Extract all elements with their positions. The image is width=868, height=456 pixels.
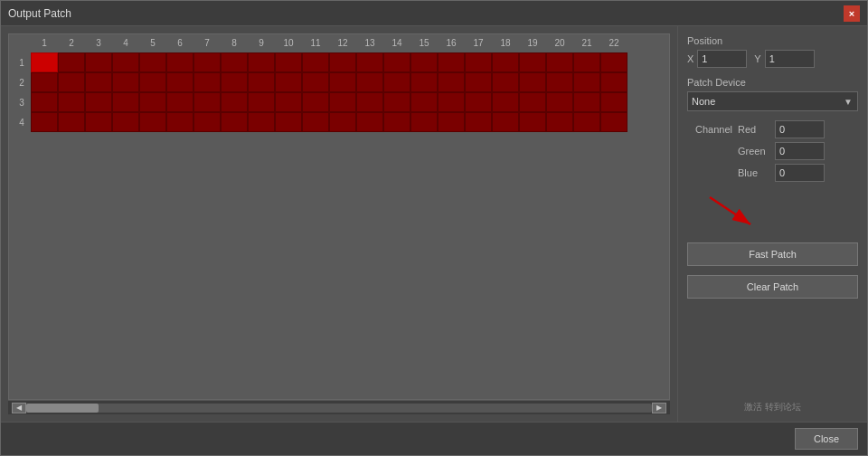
grid-cell-r1-c20[interactable] bbox=[573, 72, 600, 92]
grid-cell-r0-c14[interactable] bbox=[410, 52, 438, 72]
grid-cell-r3-c13[interactable] bbox=[383, 112, 410, 132]
grid-cell-r3-c15[interactable] bbox=[438, 112, 465, 132]
grid-cell-r3-c2[interactable] bbox=[85, 112, 112, 132]
grid-cell-r1-c4[interactable] bbox=[139, 72, 166, 92]
grid-cell-r1-c19[interactable] bbox=[546, 72, 573, 92]
grid-cell-r1-c11[interactable] bbox=[329, 72, 356, 92]
grid-cell-r0-c21[interactable] bbox=[600, 52, 627, 72]
grid-cell-r1-c13[interactable] bbox=[383, 72, 410, 92]
grid-cell-r2-c19[interactable] bbox=[546, 92, 573, 112]
grid-cell-r2-c18[interactable] bbox=[519, 92, 546, 112]
grid-cell-r0-c17[interactable] bbox=[492, 52, 519, 72]
grid-cell-r1-c12[interactable] bbox=[356, 72, 383, 92]
grid-cell-r2-c13[interactable] bbox=[383, 92, 410, 112]
grid-cell-r1-c14[interactable] bbox=[410, 72, 438, 92]
grid-cell-r2-c17[interactable] bbox=[492, 92, 519, 112]
y-input[interactable] bbox=[765, 50, 815, 68]
grid-cell-r0-c6[interactable] bbox=[193, 52, 221, 72]
grid-cell-r3-c18[interactable] bbox=[519, 112, 546, 132]
grid-cell-r3-c14[interactable] bbox=[410, 112, 438, 132]
grid-cell-r2-c10[interactable] bbox=[302, 92, 329, 112]
grid-cell-r1-c9[interactable] bbox=[275, 72, 302, 92]
grid-cell-r0-c7[interactable] bbox=[221, 52, 248, 72]
grid-cell-r1-c0[interactable] bbox=[31, 72, 58, 92]
grid-cell-r0-c5[interactable] bbox=[166, 52, 193, 72]
grid-cell-r3-c8[interactable] bbox=[248, 112, 275, 132]
grid-cell-r1-c3[interactable] bbox=[112, 72, 139, 92]
grid-cell-r1-c6[interactable] bbox=[193, 72, 221, 92]
grid-cell-r2-c16[interactable] bbox=[465, 92, 492, 112]
grid-cell-r0-c0[interactable] bbox=[31, 52, 58, 72]
grid-cell-r2-c20[interactable] bbox=[573, 92, 600, 112]
grid-cell-r2-c0[interactable] bbox=[31, 92, 58, 112]
grid-cell-r0-c10[interactable] bbox=[302, 52, 329, 72]
grid-cell-r3-c12[interactable] bbox=[356, 112, 383, 132]
close-window-button[interactable]: × bbox=[844, 5, 860, 22]
scrollbar-thumb[interactable] bbox=[26, 404, 99, 413]
red-input[interactable] bbox=[775, 120, 825, 138]
scroll-left-arrow[interactable]: ◀ bbox=[12, 403, 26, 413]
grid-cell-r2-c1[interactable] bbox=[58, 92, 85, 112]
grid-cell-r3-c4[interactable] bbox=[139, 112, 166, 132]
scrollbar-track[interactable] bbox=[26, 404, 652, 413]
grid-cell-r1-c16[interactable] bbox=[465, 72, 492, 92]
green-input[interactable] bbox=[775, 142, 825, 160]
grid-cell-r0-c19[interactable] bbox=[546, 52, 573, 72]
grid-cell-r3-c10[interactable] bbox=[302, 112, 329, 132]
grid-cell-r0-c16[interactable] bbox=[465, 52, 492, 72]
grid-cell-r0-c13[interactable] bbox=[383, 52, 410, 72]
grid-cell-r2-c9[interactable] bbox=[275, 92, 302, 112]
grid-cell-r1-c5[interactable] bbox=[166, 72, 193, 92]
grid-cell-r1-c8[interactable] bbox=[248, 72, 275, 92]
grid-cell-r1-c7[interactable] bbox=[221, 72, 248, 92]
grid-cell-r3-c7[interactable] bbox=[221, 112, 248, 132]
grid-cell-r3-c1[interactable] bbox=[58, 112, 85, 132]
grid-cell-r1-c21[interactable] bbox=[600, 72, 627, 92]
clear-patch-button[interactable]: Clear Patch bbox=[687, 275, 858, 299]
grid-cell-r3-c3[interactable] bbox=[112, 112, 139, 132]
grid-cell-r2-c6[interactable] bbox=[193, 92, 221, 112]
grid-cell-r3-c17[interactable] bbox=[492, 112, 519, 132]
grid-cell-r2-c2[interactable] bbox=[85, 92, 112, 112]
grid-cell-r3-c11[interactable] bbox=[329, 112, 356, 132]
patch-device-dropdown[interactable]: None bbox=[687, 91, 858, 111]
horizontal-scrollbar[interactable]: ◀ ▶ bbox=[8, 400, 670, 414]
grid-cell-r2-c5[interactable] bbox=[166, 92, 193, 112]
grid-cell-r0-c20[interactable] bbox=[573, 52, 600, 72]
grid-cell-r0-c18[interactable] bbox=[519, 52, 546, 72]
grid-cell-r3-c6[interactable] bbox=[193, 112, 221, 132]
scroll-right-arrow[interactable]: ▶ bbox=[652, 403, 666, 413]
grid-cell-r2-c21[interactable] bbox=[600, 92, 627, 112]
grid-cell-r1-c17[interactable] bbox=[492, 72, 519, 92]
grid-cell-r2-c11[interactable] bbox=[329, 92, 356, 112]
grid-cell-r2-c12[interactable] bbox=[356, 92, 383, 112]
grid-cell-r3-c9[interactable] bbox=[275, 112, 302, 132]
grid-cell-r3-c21[interactable] bbox=[600, 112, 627, 132]
grid-cell-r3-c0[interactable] bbox=[31, 112, 58, 132]
grid-cell-r2-c15[interactable] bbox=[438, 92, 465, 112]
grid-cell-r0-c8[interactable] bbox=[248, 52, 275, 72]
grid-cell-r3-c20[interactable] bbox=[573, 112, 600, 132]
close-button[interactable]: Close bbox=[795, 428, 858, 450]
grid-cell-r2-c7[interactable] bbox=[221, 92, 248, 112]
x-input[interactable] bbox=[697, 50, 747, 68]
grid-cell-r1-c18[interactable] bbox=[519, 72, 546, 92]
grid-cell-r0-c11[interactable] bbox=[329, 52, 356, 72]
grid-cell-r1-c2[interactable] bbox=[85, 72, 112, 92]
grid-cell-r1-c10[interactable] bbox=[302, 72, 329, 92]
grid-cell-r0-c2[interactable] bbox=[85, 52, 112, 72]
grid-cell-r3-c5[interactable] bbox=[166, 112, 193, 132]
grid-cell-r1-c15[interactable] bbox=[438, 72, 465, 92]
blue-input[interactable] bbox=[775, 164, 825, 182]
grid-cell-r1-c1[interactable] bbox=[58, 72, 85, 92]
grid-cell-r2-c3[interactable] bbox=[112, 92, 139, 112]
grid-cell-r0-c15[interactable] bbox=[438, 52, 465, 72]
grid-cell-r0-c12[interactable] bbox=[356, 52, 383, 72]
grid-cell-r2-c14[interactable] bbox=[410, 92, 438, 112]
grid-cell-r3-c19[interactable] bbox=[546, 112, 573, 132]
fast-patch-button[interactable]: Fast Patch bbox=[687, 242, 858, 266]
grid-cell-r2-c4[interactable] bbox=[139, 92, 166, 112]
grid-cell-r0-c9[interactable] bbox=[275, 52, 302, 72]
grid-cell-r0-c4[interactable] bbox=[139, 52, 166, 72]
grid-cell-r2-c8[interactable] bbox=[248, 92, 275, 112]
